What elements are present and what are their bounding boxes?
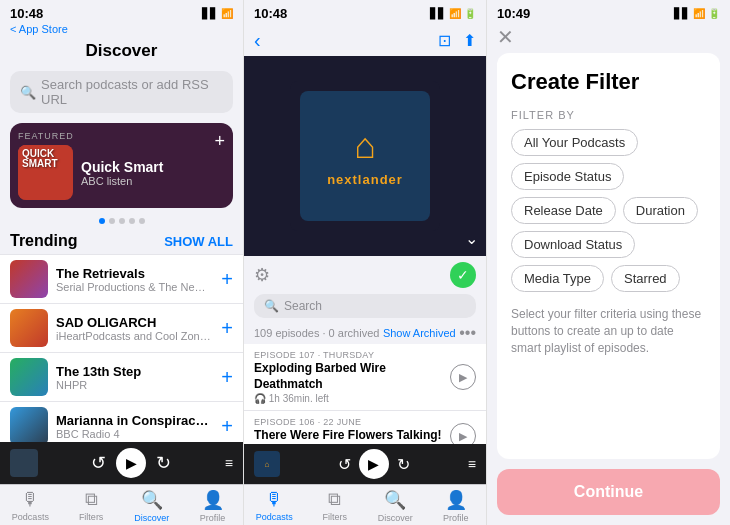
search-bar-1[interactable]: 🔍 Search podcasts or add RSS URL (10, 71, 233, 113)
play-button-1[interactable]: ▶ (116, 448, 146, 478)
trending-item-4[interactable]: Marianna in Conspiracyland BBC Radio 4 + (0, 402, 243, 442)
trending-info-1: The Retrievals Serial Productions & The … (56, 266, 213, 293)
dot-1[interactable] (99, 218, 105, 224)
tab-label-profile-1: Profile (200, 513, 226, 523)
trending-name-3: The 13th Step (56, 364, 213, 379)
dot-3[interactable] (119, 218, 125, 224)
discover-icon-2: 🔍 (384, 489, 406, 511)
episode-meta-2: EPISODE 106 · 22 JUNE (254, 417, 442, 427)
trending-item-1[interactable]: The Retrievals Serial Productions & The … (0, 254, 243, 304)
forward-icon-2[interactable]: ↻ (397, 455, 410, 474)
episode-item-1[interactable]: EPISODE 107 · THURSDAY Exploding Barbed … (244, 344, 486, 411)
featured-card[interactable]: FEATURED QUICKSMART Quick Smart ABC list… (10, 123, 233, 208)
panel-create-filter: 10:49 ▋▋ 📶 🔋 ✕ Create Filter FILTER BY A… (486, 0, 730, 525)
filter-title: Create Filter (511, 69, 706, 95)
trending-header: Trending SHOW ALL (0, 228, 243, 254)
tab-profile-1[interactable]: 👤 Profile (182, 489, 243, 523)
page-title-1: Discover (0, 37, 243, 67)
tab-label-filters-2: Filters (323, 512, 348, 522)
cast-icon[interactable]: ⊡ (438, 31, 451, 50)
episode-meta-1: EPISODE 107 · THURSDAY (254, 350, 442, 360)
trending-sub-2: iHeartPodcasts and Cool Zone Media (56, 330, 213, 342)
more-button[interactable]: ••• (459, 324, 476, 342)
episode-duration-1: 🎧 1h 36min. left (254, 393, 442, 404)
forward-icon-1[interactable]: ↻ (156, 452, 171, 474)
share-icon[interactable]: ⬆ (463, 31, 476, 50)
chip-all-podcasts[interactable]: All Your Podcasts (511, 129, 638, 156)
trending-item-3[interactable]: The 13th Step NHPR + (0, 353, 243, 402)
trending-add-4[interactable]: + (221, 415, 233, 438)
close-button[interactable]: ✕ (487, 23, 730, 53)
featured-add-icon[interactable]: + (214, 131, 225, 152)
trending-info-4: Marianna in Conspiracyland BBC Radio 4 (56, 413, 213, 440)
nextlander-text: nextlander (327, 172, 403, 187)
trending-add-3[interactable]: + (221, 366, 233, 389)
subscribed-check[interactable]: ✓ (450, 262, 476, 288)
queue-icon-1[interactable]: ≡ (225, 455, 233, 471)
battery-icon-3: 🔋 (708, 8, 720, 19)
expand-icon[interactable]: ⌄ (465, 229, 478, 248)
episode-search[interactable]: 🔍 Search (254, 294, 476, 318)
podcasts-icon-2: 🎙 (265, 489, 283, 510)
filter-chips: All Your Podcasts Episode Status Release… (511, 129, 706, 292)
status-icons-1: ▋▋ 📶 (202, 8, 233, 19)
search-placeholder-2: Search (284, 299, 322, 313)
episodes-list: EPISODE 107 · THURSDAY Exploding Barbed … (244, 344, 486, 444)
podcast-cover-art: ⌂ nextlander (290, 81, 440, 231)
tab-podcasts-1[interactable]: 🎙 Podcasts (0, 489, 61, 523)
carousel-dots (0, 218, 243, 224)
battery-icon-2: 🔋 (464, 8, 476, 19)
dot-4[interactable] (129, 218, 135, 224)
queue-icon-2[interactable]: ≡ (468, 456, 476, 472)
chip-release-date[interactable]: Release Date (511, 197, 616, 224)
featured-content: QUICKSMART Quick Smart ABC listen (18, 145, 225, 200)
show-archived-button[interactable]: Show Archived (383, 327, 456, 339)
play-button-ep-1[interactable]: ▶ (450, 364, 476, 390)
back-button-2[interactable]: ‹ (254, 29, 261, 52)
tab-podcasts-2[interactable]: 🎙 Podcasts (244, 489, 305, 523)
continue-button[interactable]: Continue (497, 469, 720, 515)
rewind-icon-2[interactable]: ↺ (338, 455, 351, 474)
dot-5[interactable] (139, 218, 145, 224)
search-icon-1: 🔍 (20, 85, 36, 100)
tab-filters-1[interactable]: ⧉ Filters (61, 489, 122, 523)
chip-episode-status[interactable]: Episode Status (511, 163, 624, 190)
chip-download-status[interactable]: Download Status (511, 231, 635, 258)
tab-discover-2[interactable]: 🔍 Discover (365, 489, 426, 523)
settings-icon[interactable]: ⚙ (254, 264, 270, 286)
tab-discover-1[interactable]: 🔍 Discover (122, 489, 183, 523)
profile-icon-1: 👤 (202, 489, 224, 511)
episode-count: 109 episodes · 0 archived (254, 327, 379, 339)
play-button-ep-2[interactable]: ▶ (450, 423, 476, 444)
store-back-1[interactable]: < App Store (0, 23, 243, 37)
trending-add-2[interactable]: + (221, 317, 233, 340)
now-playing-bar-1[interactable]: ↺ ▶ ↻ ≡ (0, 442, 243, 484)
chip-media-type[interactable]: Media Type (511, 265, 604, 292)
trending-add-1[interactable]: + (221, 268, 233, 291)
now-playing-bar-2[interactable]: ⌂ ↺ ▶ ↻ ≡ (244, 444, 486, 484)
tab-bar-2: 🎙 Podcasts ⧉ Filters 🔍 Discover 👤 Profil… (244, 484, 486, 525)
episode-title-1: Exploding Barbed Wire Deathmatch (254, 361, 442, 392)
show-all-button[interactable]: SHOW ALL (164, 234, 233, 249)
chip-starred[interactable]: Starred (611, 265, 680, 292)
trending-info-3: The 13th Step NHPR (56, 364, 213, 391)
panel-discover: 10:48 ▋▋ 📶 < App Store Discover 🔍 Search… (0, 0, 243, 525)
chip-duration[interactable]: Duration (623, 197, 698, 224)
status-icons-3: ▋▋ 📶 🔋 (674, 8, 720, 19)
tab-filters-2[interactable]: ⧉ Filters (305, 489, 366, 523)
time-3: 10:49 (497, 6, 530, 21)
np-icon-2: ⌂ (254, 451, 280, 477)
trending-info-2: SAD OLIGARCH iHeartPodcasts and Cool Zon… (56, 315, 213, 342)
featured-info: Quick Smart ABC listen (81, 159, 163, 187)
trending-sub-4: BBC Radio 4 (56, 428, 213, 440)
trending-item-2[interactable]: SAD OLIGARCH iHeartPodcasts and Cool Zon… (0, 304, 243, 353)
trending-thumb-4 (10, 407, 48, 442)
play-button-2[interactable]: ▶ (359, 449, 389, 479)
search-placeholder-1: Search podcasts or add RSS URL (41, 77, 223, 107)
trending-sub-1: Serial Productions & The New York T... (56, 281, 213, 293)
dot-2[interactable] (109, 218, 115, 224)
rewind-icon-1[interactable]: ↺ (91, 452, 106, 474)
panel-podcast: 10:48 ▋▋ 📶 🔋 ‹ ⊡ ⬆ ⌂ nextlander ⌄ ⚙ ✓ 🔍 … (243, 0, 486, 525)
episode-item-2[interactable]: EPISODE 106 · 22 JUNE There Were Fire Fl… (244, 411, 486, 444)
tab-profile-2[interactable]: 👤 Profile (426, 489, 487, 523)
